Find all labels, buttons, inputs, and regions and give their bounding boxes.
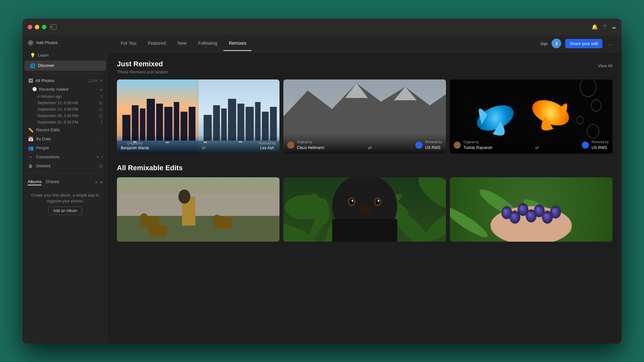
all-remixable-grid bbox=[117, 177, 612, 242]
sidebar-toggle[interactable] bbox=[50, 24, 57, 30]
add-album-button[interactable]: Add an Album bbox=[48, 207, 82, 215]
minimize-button[interactable] bbox=[35, 25, 39, 29]
date-item-4[interactable]: September 02, 6:28 PM 1 bbox=[23, 119, 108, 125]
photo-card-fish[interactable]: Original by Tushar Rajvansh ⇄ bbox=[450, 79, 612, 153]
help-icon[interactable]: ? bbox=[603, 24, 606, 30]
add-photos-button[interactable]: + Add Photos bbox=[23, 35, 108, 50]
original-avatar-mountain bbox=[287, 142, 294, 149]
sidebar-divider-2 bbox=[28, 173, 103, 173]
date-count-0: 1 bbox=[100, 94, 103, 99]
albums-actions: + ≡ bbox=[95, 180, 103, 185]
add-icon: + bbox=[28, 40, 33, 46]
all-photos-left: 🖼 All Photos bbox=[28, 78, 54, 83]
tab-featured[interactable]: Featured bbox=[143, 36, 171, 51]
date-item-1[interactable]: September 12, 8:39 AM 31 bbox=[23, 100, 108, 106]
close-button[interactable] bbox=[28, 25, 32, 29]
tab-albums[interactable]: Albums bbox=[28, 179, 42, 185]
share-your-edit-button[interactable]: Share your edit bbox=[565, 39, 602, 48]
view-all-button[interactable]: View All bbox=[598, 63, 612, 68]
original-avatar-fish bbox=[454, 142, 461, 149]
remix-avatar-mountain bbox=[415, 142, 422, 149]
discover-label: Discover bbox=[38, 63, 54, 68]
top-nav: For You Featured New Following Remixes bbox=[108, 35, 621, 52]
fullscreen-button[interactable] bbox=[42, 25, 46, 29]
tab-remixes[interactable]: Remixes bbox=[223, 36, 251, 51]
sidebar-item-recent-edits[interactable]: ✏️ Recent Edits bbox=[23, 125, 108, 135]
cloud-icon[interactable]: ☁ bbox=[611, 24, 616, 30]
chevron-down-icon: ▼ bbox=[99, 79, 103, 82]
original-credit-nyc: Original by Benjamin Warde bbox=[121, 142, 149, 150]
photo-card-gorilla[interactable] bbox=[283, 177, 446, 242]
tab-shared[interactable]: Shared bbox=[45, 179, 59, 185]
by-date-label: By Date bbox=[36, 136, 51, 141]
all-photos-row[interactable]: 🖼 All Photos 2,244 ▼ bbox=[23, 76, 108, 85]
original-author-mountain: Claus Heitmann bbox=[297, 145, 324, 150]
original-author-with-avatar: Original by Claus Heitmann bbox=[287, 140, 324, 150]
date-label-1: September 12, 8:39 AM bbox=[37, 101, 78, 105]
remix-avatar-fish bbox=[582, 142, 589, 149]
tab-following[interactable]: Following bbox=[193, 36, 222, 51]
photo-card-nyc[interactable]: Original by Benjamin Warde ⇄ Remixed by … bbox=[117, 79, 279, 153]
remix-credit-mountain: Remixed by US RWS bbox=[415, 140, 442, 150]
more-options-button[interactable]: ... bbox=[606, 40, 614, 47]
date-item-2[interactable]: September 10, 4:39 PM 11 bbox=[23, 106, 108, 113]
connections-icon: ↔ bbox=[28, 154, 33, 160]
date-item-3[interactable]: September 08, 3:46 PM 12 bbox=[23, 113, 108, 119]
all-photos-count: 2,244 bbox=[88, 79, 98, 83]
sidebar-item-deleted[interactable]: 🗑 Deleted 19 bbox=[23, 162, 108, 171]
sort-albums-icon[interactable]: ≡ bbox=[100, 180, 103, 185]
tab-for-you[interactable]: For You bbox=[116, 36, 141, 51]
sidebar-item-by-date[interactable]: 📅 By Date ‹ bbox=[23, 135, 108, 144]
date-label-3: September 08, 3:46 PM bbox=[37, 114, 78, 118]
date-count-3: 12 bbox=[99, 114, 103, 118]
create-album-text: Create your first album, a simple way to… bbox=[28, 192, 103, 204]
remix-icon-mountain: ⇄ bbox=[368, 145, 372, 150]
add-connection-icon[interactable]: + bbox=[96, 154, 99, 159]
photo-caption-nyc: Original by Benjamin Warde ⇄ Remixed by … bbox=[117, 135, 279, 153]
sidebar-item-connections[interactable]: ↔ Connections + ‹ bbox=[23, 153, 108, 162]
recently-added-row[interactable]: 🕐 Recently Added ▲ bbox=[23, 85, 108, 93]
all-remixable-section: All Remixable Edits bbox=[117, 164, 612, 242]
date-count-4: 1 bbox=[100, 120, 103, 125]
remix-credit-fish: Remixed by US RWS bbox=[582, 140, 609, 150]
date-count-2: 11 bbox=[99, 107, 103, 112]
photo-card-dogs[interactable] bbox=[117, 177, 279, 242]
add-album-icon[interactable]: + bbox=[95, 180, 98, 185]
remix-divider-mountain: ⇄ bbox=[368, 145, 372, 150]
tab-new[interactable]: New bbox=[172, 36, 192, 51]
discover-icon: 🌐 bbox=[30, 63, 35, 68]
scroll-area[interactable]: Just Remixed View All These Remixes just… bbox=[108, 52, 621, 344]
app-body: + Add Photos 💡 Learn 🌐 Discover 🖼 All Ph… bbox=[23, 35, 621, 344]
just-remixed-grid: Original by Benjamin Warde ⇄ Remixed by … bbox=[117, 79, 612, 153]
clock-icon: 🕐 bbox=[32, 87, 37, 91]
photo-canvas-blueberries bbox=[450, 177, 612, 242]
main-content: For You Featured New Following Remixes bbox=[108, 35, 621, 344]
photo-canvas-dogs bbox=[117, 177, 279, 242]
sidebar-item-people[interactable]: 👥 People bbox=[23, 144, 108, 153]
remix-fish-with-avatar: Remixed by US RWS bbox=[582, 140, 609, 150]
user-avatar: J bbox=[552, 39, 561, 48]
notification-icon[interactable]: 🔔 bbox=[592, 24, 598, 30]
recent-edits-label: Recent Edits bbox=[36, 127, 60, 132]
people-label: People bbox=[36, 145, 49, 150]
just-remixed-title-group: Just Remixed bbox=[117, 60, 163, 68]
photo-card-blueberries[interactable] bbox=[450, 177, 612, 242]
original-credit-fish: Original by Tushar Rajvansh bbox=[454, 140, 492, 150]
remix-divider-fish: ⇄ bbox=[535, 145, 539, 150]
date-label-0: 4 minutes ago bbox=[37, 94, 62, 99]
photo-caption-fish: Original by Tushar Rajvansh ⇄ bbox=[450, 134, 612, 153]
photo-card-mountain[interactable]: Original by Claus Heitmann ⇄ bbox=[283, 79, 446, 153]
albums-tabs: Albums Shared bbox=[28, 179, 59, 185]
remix-author-mountain: US RWS bbox=[425, 145, 440, 150]
chevron-left-connections-icon[interactable]: ‹ bbox=[101, 154, 103, 159]
photo-canvas-gorilla bbox=[283, 177, 446, 242]
date-item-0[interactable]: 4 minutes ago 1 bbox=[23, 93, 108, 100]
photo-caption-mountain: Original by Claus Heitmann ⇄ bbox=[283, 134, 446, 153]
original-author-fish: Tushar Rajvansh bbox=[463, 145, 492, 150]
titlebar-actions: 🔔 ? ☁ bbox=[592, 24, 616, 30]
sidebar-divider-1 bbox=[28, 73, 103, 74]
deleted-label: Deleted bbox=[36, 163, 51, 168]
sidebar-item-learn[interactable]: 💡 Learn bbox=[24, 50, 106, 60]
sidebar-item-discover[interactable]: 🌐 Discover bbox=[24, 60, 106, 71]
remix-credit-nyc: Remixed by Lex Ash bbox=[259, 142, 276, 150]
